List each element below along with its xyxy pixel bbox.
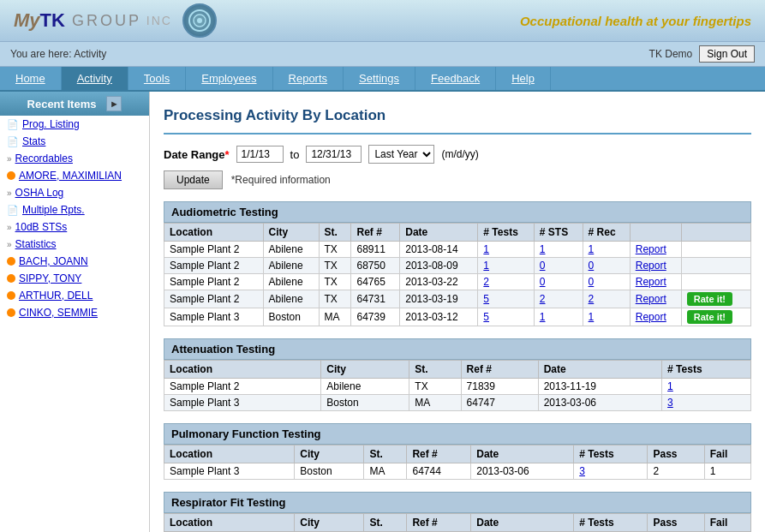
sidebar-item-10db[interactable]: » 10dB STSs	[0, 218, 149, 236]
cell-rec[interactable]: 2	[583, 290, 630, 308]
sidebar-link-osha[interactable]: OSHA Log	[15, 187, 64, 199]
nav-tools[interactable]: Tools	[128, 67, 186, 90]
cell-ref: 64747	[461, 395, 538, 411]
rate-button[interactable]: Rate it!	[687, 292, 732, 306]
nav-feedback[interactable]: Feedback	[415, 67, 496, 90]
sidebar-item-stats[interactable]: 📄 Stats	[0, 133, 149, 150]
cell-rate[interactable]: Rate it!	[681, 308, 750, 326]
nav-activity[interactable]: Activity	[62, 67, 128, 90]
sidebar-link-cinko[interactable]: CINKO, SEMMIE	[19, 307, 98, 319]
sidebar-item-amore[interactable]: AMORE, MAXIMILIAN	[0, 167, 149, 184]
date-from-input[interactable]	[236, 146, 284, 163]
cell-tests[interactable]: 2	[478, 274, 534, 290]
cell-tests[interactable]: 3	[662, 395, 751, 411]
sidebar-item-cinko[interactable]: CINKO, SEMMIE	[0, 304, 149, 321]
dot-icon-arthur	[7, 291, 15, 300]
col-date: Date	[538, 361, 661, 379]
sidebar-item-statistics[interactable]: » Statistics	[0, 236, 149, 253]
cell-tests[interactable]: 1	[662, 379, 751, 395]
sidebar-item-multiple-rpts[interactable]: 📄 Multiple Rpts.	[0, 201, 149, 218]
col-sts: # STS	[534, 224, 583, 242]
cell-date: 2013-08-09	[400, 258, 478, 274]
cell-tests[interactable]: 3	[574, 463, 648, 480]
cell-tests[interactable]: 1	[478, 258, 534, 274]
cell-sts[interactable]: 0	[534, 258, 583, 274]
sidebar-item-bach[interactable]: BACH, JOANN	[0, 253, 149, 270]
cell-report[interactable]: Report	[630, 258, 681, 274]
cell-city: Boston	[321, 395, 409, 411]
col-state: St.	[364, 514, 407, 532]
cell-report[interactable]: Report	[630, 242, 681, 258]
required-star: *	[225, 148, 230, 161]
sidebar-link-10db[interactable]: 10dB STSs	[15, 221, 68, 233]
cell-rec[interactable]: 0	[583, 258, 630, 274]
cell-sts[interactable]: 2	[534, 290, 583, 308]
sign-out-button[interactable]: Sign Out	[699, 45, 755, 63]
sidebar-item-prog-listing[interactable]: 📄 Prog. Listing	[0, 116, 149, 133]
nav-settings[interactable]: Settings	[344, 67, 415, 90]
cell-city: Abilene	[263, 290, 319, 308]
cell-rec[interactable]: 1	[583, 308, 630, 326]
sidebar-item-recordables[interactable]: » Recordables	[0, 150, 149, 167]
table-row: Sample Plant 3 Boston MA 64739 2013-03-1…	[164, 308, 751, 326]
audiometric-section: Audiometric Testing Location City St. Re…	[164, 201, 751, 326]
arrow-icon-recordables: »	[7, 154, 12, 164]
cell-ref: 64731	[351, 290, 400, 308]
nav-reports[interactable]: Reports	[273, 67, 344, 90]
sidebar-link-recordables[interactable]: Recordables	[15, 152, 73, 164]
date-to-input[interactable]	[306, 146, 362, 163]
cell-state: MA	[409, 395, 461, 411]
cell-report[interactable]: Report	[630, 308, 681, 326]
cell-rec[interactable]: 0	[583, 274, 630, 290]
cell-sts[interactable]: 1	[534, 242, 583, 258]
attenuation-title: Attenuation Testing	[164, 338, 751, 360]
doc-icon: 📄	[7, 119, 19, 130]
cell-location: Sample Plant 2	[164, 274, 264, 290]
date-preset-select[interactable]: Last Year This Year Custom	[368, 145, 434, 164]
sidebar-link-amore[interactable]: AMORE, MAXIMILIAN	[19, 170, 122, 182]
cell-city: Boston	[295, 463, 364, 480]
cell-date: 2013-03-19	[400, 290, 478, 308]
logo: MyTK GROUP INC	[14, 3, 227, 38]
col-location: Location	[164, 445, 295, 463]
sidebar-link-bach[interactable]: BACH, JOANN	[19, 255, 88, 267]
sidebar-item-arthur[interactable]: ARTHUR, DELL	[0, 287, 149, 304]
cell-tests[interactable]: 1	[478, 242, 534, 258]
cell-tests[interactable]: 5	[478, 290, 534, 308]
col-ref: Ref #	[461, 361, 538, 379]
breadcrumb-bar: You are here: Activity TK Demo Sign Out	[0, 41, 765, 67]
table-row: Sample Plant 2 Abilene TX 64731 2013-03-…	[164, 290, 751, 308]
cell-tests[interactable]: 5	[478, 308, 534, 326]
pulmonary-section: Pulmonary Function Testing Location City…	[164, 423, 751, 480]
sidebar-link-sippy[interactable]: SIPPY, TONY	[19, 272, 81, 284]
nav-home[interactable]: Home	[0, 67, 62, 90]
cell-rec[interactable]: 1	[583, 242, 630, 258]
sidebar-link-statistics[interactable]: Statistics	[15, 238, 57, 250]
sidebar-link-stats[interactable]: Stats	[22, 135, 45, 147]
cell-location: Sample Plant 3	[164, 395, 321, 411]
nav-help[interactable]: Help	[496, 67, 551, 90]
cell-rate[interactable]: Rate it!	[681, 290, 750, 308]
date-format-label: (m/d/yy)	[441, 148, 478, 160]
cell-date: 2013-03-06	[538, 395, 661, 411]
sidebar-toggle[interactable]: ►	[106, 96, 122, 111]
cell-sts[interactable]: 0	[534, 274, 583, 290]
col-date: Date	[471, 514, 574, 532]
sidebar-link-arthur[interactable]: ARTHUR, DELL	[19, 290, 93, 302]
rate-button[interactable]: Rate it!	[687, 310, 732, 324]
table-row: Sample Plant 3 Boston MA 64744 2013-03-0…	[164, 463, 751, 480]
cell-report[interactable]: Report	[630, 290, 681, 308]
cell-sts[interactable]: 1	[534, 308, 583, 326]
nav-employees[interactable]: Employees	[186, 67, 272, 90]
cell-ref: 71839	[461, 379, 538, 395]
action-row: Update *Required information	[164, 170, 751, 189]
sidebar-item-sippy[interactable]: SIPPY, TONY	[0, 270, 149, 287]
dot-icon-bach	[7, 257, 15, 266]
sidebar-link-multiple-rpts[interactable]: Multiple Rpts.	[22, 204, 85, 216]
sidebar-item-osha[interactable]: » OSHA Log	[0, 184, 149, 201]
cell-report[interactable]: Report	[630, 274, 681, 290]
required-info: *Required information	[231, 174, 331, 186]
update-button[interactable]: Update	[164, 170, 223, 189]
pulmonary-table: Location City St. Ref # Date # Tests Pas…	[164, 445, 751, 480]
sidebar-link-prog-listing[interactable]: Prog. Listing	[22, 118, 80, 130]
